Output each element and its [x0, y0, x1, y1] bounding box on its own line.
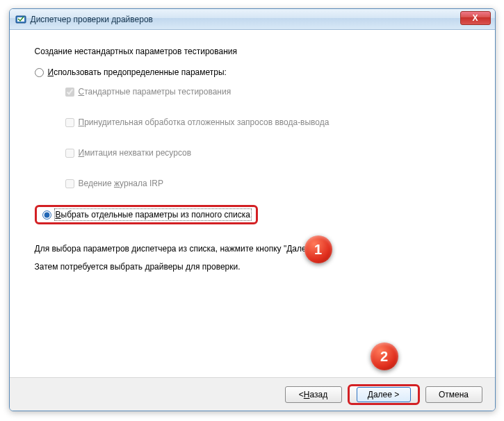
radio-predefined-row: Использовать предопределенные параметры: — [35, 67, 470, 77]
annotation-marker-1: 1 — [304, 236, 332, 263]
radio-custom-label[interactable]: Выбрать отдельные параметры из полного с… — [56, 210, 250, 220]
radio-custom-highlight: Выбрать отдельные параметры из полного с… — [35, 205, 258, 224]
check-irplog — [65, 179, 74, 188]
check-standard — [65, 88, 74, 97]
close-button[interactable]: X — [460, 11, 491, 25]
close-icon: X — [472, 13, 478, 23]
window-title: Диспетчер проверки драйверов — [31, 15, 153, 24]
content-area: Создание нестандартных параметров тестир… — [10, 30, 495, 276]
check-forced-label: Принудительная обработка отложенных запр… — [79, 117, 330, 127]
check-irplog-label: Ведение журнала IRP — [79, 179, 163, 188]
instructions: Для выбора параметров диспетчера из спис… — [35, 240, 470, 276]
check-lowres-label: Имитация нехватки ресурсов — [79, 148, 192, 158]
check-standard-row: Стандартные параметры тестирования — [65, 87, 470, 97]
instructions-line1: Для выбора параметров диспетчера из спис… — [35, 240, 470, 258]
app-icon — [15, 14, 26, 25]
section-title: Создание нестандартных параметров тестир… — [35, 47, 470, 56]
radio-predefined[interactable] — [35, 68, 44, 77]
check-irplog-row: Ведение журнала IRP — [65, 179, 470, 188]
titlebar: Диспетчер проверки драйверов X — [10, 9, 495, 30]
cancel-button[interactable]: Отмена — [425, 386, 482, 403]
dialog-window: Диспетчер проверки драйверов X Создание … — [9, 8, 496, 411]
instructions-line2: Затем потребуется выбрать драйверы для п… — [35, 258, 470, 276]
radio-custom[interactable] — [42, 210, 51, 220]
next-button[interactable]: Далее > — [357, 387, 411, 402]
predefined-options: Стандартные параметры тестирования Прину… — [65, 87, 470, 188]
check-lowres-row: Имитация нехватки ресурсов — [65, 148, 470, 158]
next-button-highlight: Далее > — [348, 384, 420, 405]
check-forced-row: Принудительная обработка отложенных запр… — [65, 117, 470, 127]
check-standard-label: Стандартные параметры тестирования — [79, 87, 231, 97]
annotation-marker-2: 2 — [371, 342, 398, 370]
back-button[interactable]: < Назад — [285, 386, 342, 403]
check-lowres — [65, 149, 74, 158]
radio-predefined-label[interactable]: Использовать предопределенные параметры: — [48, 67, 227, 77]
footer: < Назад Далее > Отмена — [10, 377, 495, 411]
check-forced — [65, 118, 74, 127]
